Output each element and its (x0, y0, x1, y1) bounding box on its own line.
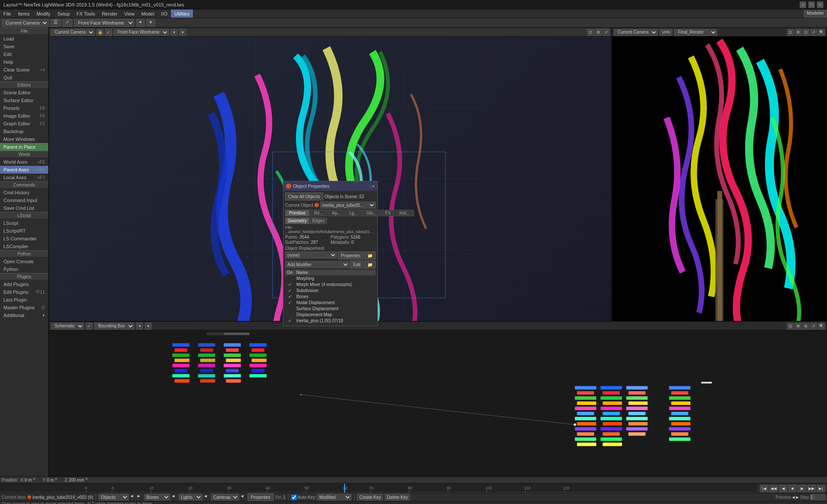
sidebar-additional[interactable]: Additional▾ (0, 311, 48, 319)
sidebar-parent-in-place[interactable]: Parent in Place (0, 143, 48, 151)
timeline-ruler[interactable]: 0 -5 10 20 30 40 50 62 70 80 9 (0, 484, 756, 493)
menu-modify[interactable]: Modify (33, 9, 54, 18)
auto-key-select[interactable]: Modified (317, 494, 351, 501)
play-reverse-btn[interactable]: ◀ (779, 485, 787, 492)
modifier-bones[interactable]: ✓ Bones (285, 294, 376, 300)
render-vp-camera-select[interactable]: Current Camera (614, 29, 658, 36)
render-vp-btn4[interactable]: ↗ (810, 29, 817, 36)
render-viewport[interactable]: Current Camera VPR Final_Render ⊡ ⚙ ⊡ ↗ … (612, 28, 827, 321)
sidebar-backdrop[interactable]: Backdrop (0, 128, 48, 135)
schematic-btn2[interactable]: ⚙ (795, 323, 802, 330)
schematic-dropdown-btn[interactable]: ▾ (136, 323, 143, 330)
close-btn[interactable]: × (817, 1, 824, 8)
create-key-btn[interactable]: Create Key (357, 494, 383, 501)
sidebar-graph-editor[interactable]: Graph EditorF2 (0, 120, 48, 128)
modifier-disp-map[interactable]: Displacement Map (285, 312, 376, 318)
modifier-morphing[interactable]: Morphing (285, 276, 376, 282)
bounding-box-select[interactable]: Bounding Box (94, 323, 134, 330)
sidebar-python[interactable]: Python (0, 265, 48, 273)
tab-ap[interactable]: Ap... (328, 210, 345, 216)
menu-utilities[interactable]: Utilities (171, 9, 193, 18)
cameras-arr-btn[interactable]: ◀ (241, 494, 246, 500)
sidebar-ls-commander[interactable]: LS Commander (0, 235, 48, 243)
sidebar-clear-scene[interactable]: Clear Scene +4 (0, 66, 48, 74)
schematic-viewport[interactable]: Schematic ✓ Bounding Box ▾ ▾ ⊡ ⚙ ⊕ ↗ 🔍 (49, 321, 827, 476)
replacement-folder-btn[interactable]: 📁 (364, 252, 376, 259)
sidebar-command-input[interactable]: Command Input (0, 196, 48, 204)
menu-fx-tools[interactable]: FX Tools (73, 9, 99, 18)
main-vp-btn1[interactable]: ⊡ (587, 29, 594, 36)
modifier-nodal[interactable]: ✓ Nodal Displacement (285, 300, 376, 306)
menu-items[interactable]: Items (15, 9, 33, 18)
minimize-btn[interactable]: ─ (799, 1, 806, 8)
sidebar-lscompiler[interactable]: LSCompiler (0, 243, 48, 250)
modeler-btn-right[interactable]: Modeler (804, 10, 827, 18)
lscript-section-header[interactable]: LScript (0, 212, 48, 219)
cameras-select[interactable]: Cameras (211, 494, 239, 501)
sidebar-lscript-rt[interactable]: LScript/RT (0, 227, 48, 235)
next-frame-btn[interactable]: ▶▶ (807, 485, 816, 492)
sidebar-world-axes[interactable]: World Axes+F5 (0, 158, 48, 166)
play-btn[interactable]: ▶ (798, 485, 806, 492)
folder-btn[interactable]: 📁 (364, 261, 376, 268)
sidebar-last-plugin[interactable]: Last Plugin (0, 296, 48, 304)
x-e-btn[interactable]: E (33, 477, 39, 483)
view-mode-select[interactable]: Front Face Wireframe (74, 19, 134, 27)
dialog-minimize-btn[interactable]: - (370, 184, 371, 189)
file-section-header[interactable]: File (0, 28, 48, 35)
lights-arr-btn[interactable]: ◀ (204, 494, 209, 500)
prev-keyframe-btn[interactable]: |◀ (760, 485, 768, 492)
menu-render[interactable]: Render (98, 9, 121, 18)
stop-btn[interactable]: ■ (788, 485, 797, 492)
tab-re[interactable]: Re... (310, 210, 327, 216)
subtab-edges[interactable]: Edges (310, 218, 327, 224)
plugins-section-header[interactable]: Plugins (0, 273, 48, 280)
main-vp-btn3[interactable]: ↗ (603, 29, 609, 36)
sidebar-open-console[interactable]: Open Console (0, 258, 48, 265)
obj-arr-right-btn[interactable]: ▶ (137, 494, 143, 500)
prev-frame-btn[interactable]: ◀◀ (769, 485, 778, 492)
dialog-close-btn[interactable]: × (372, 184, 375, 189)
replacement-select[interactable]: (none) (285, 252, 337, 258)
view-dropdown-btn[interactable]: ▾ (136, 19, 145, 27)
world-section-header[interactable]: World (0, 151, 48, 158)
view-check-btn[interactable]: ✓ (62, 19, 72, 27)
sidebar-cmd-history[interactable]: Cmd History (0, 189, 48, 196)
bones-select[interactable]: Bones (144, 494, 170, 501)
main-vp-check-btn[interactable]: ✓ (105, 29, 112, 36)
lights-select[interactable]: Lights (179, 494, 202, 501)
sidebar-local-axes[interactable]: Local Axes+F7 (0, 174, 48, 181)
sidebar-load[interactable]: Load (0, 35, 48, 43)
maximize-btn[interactable]: □ (808, 1, 815, 8)
main-vp-camera-select[interactable]: Current Camera (51, 29, 95, 36)
viewport-settings-btn[interactable]: ☰ (50, 19, 61, 27)
sidebar-help[interactable]: Help (0, 58, 48, 66)
schematic-extra-btn[interactable]: ▾ (145, 323, 152, 330)
sidebar-surface-editor[interactable]: Surface Editor (0, 96, 48, 104)
main-vp-mode-select[interactable]: Front Face Wireframe (114, 29, 169, 36)
clear-all-btn[interactable]: Clear All Objects (285, 193, 323, 200)
render-vp-btn3[interactable]: ⊡ (802, 29, 809, 36)
camera-select[interactable]: Current Camera (2, 19, 49, 27)
z-e-btn[interactable]: E (86, 477, 92, 483)
edit-modifier-btn[interactable]: Edit (350, 261, 364, 268)
main-vp-extra-btn[interactable]: ▾ (179, 29, 186, 36)
editors-section-header[interactable]: Editors (0, 81, 48, 89)
schematic-btn3[interactable]: ⊕ (802, 323, 809, 330)
next-keyframe-btn[interactable]: ▶| (817, 485, 825, 492)
tab-lg[interactable]: Lg... (345, 210, 361, 216)
schematic-btn1[interactable]: ⊡ (787, 323, 794, 330)
menu-model[interactable]: Model (138, 9, 158, 18)
commands-section-header[interactable]: Commands (0, 181, 48, 189)
auto-key-checkbox[interactable] (291, 495, 297, 500)
sidebar-save-cmd-list[interactable]: Save Cmd List (0, 204, 48, 212)
tab-fx[interactable]: FX (381, 210, 395, 216)
modifier-morph-mixer[interactable]: ✓ Morph Mixer (4 endomorphs) (285, 282, 376, 288)
sidebar-more-windows[interactable]: More Windows (0, 135, 48, 143)
delete-key-btn[interactable]: Delete Key (385, 494, 410, 501)
sidebar-parent-axes[interactable]: Parent Axes+F6 (0, 166, 48, 174)
subtab-geometry[interactable]: Geometry (285, 218, 309, 224)
schematic-btn4[interactable]: ↗ (810, 323, 817, 330)
bones-arr-btn[interactable]: ◀ (172, 494, 177, 500)
sidebar-quit[interactable]: Quit (0, 74, 48, 81)
